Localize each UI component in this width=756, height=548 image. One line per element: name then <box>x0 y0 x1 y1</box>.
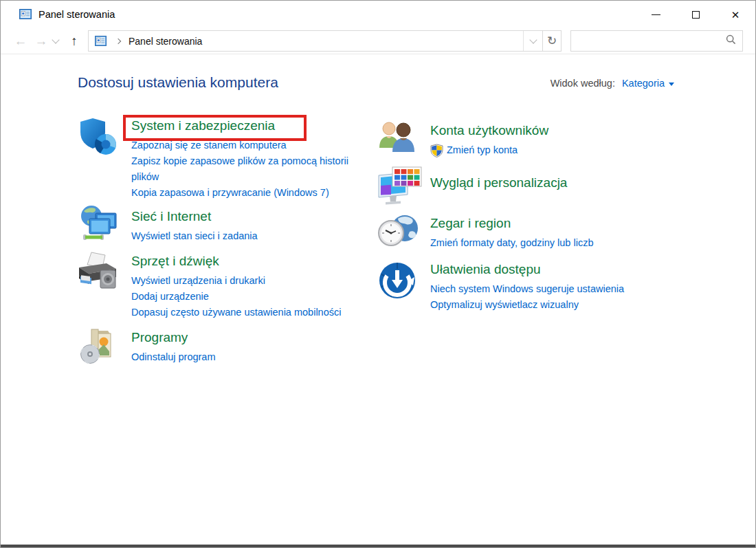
view-by-label: Widok według: <box>551 78 615 89</box>
personalization-icon[interactable] <box>377 164 430 210</box>
category-link[interactable]: Zapisz kopie zapasowe plików za pomocą h… <box>131 153 362 185</box>
close-button[interactable]: ✕ <box>715 1 755 28</box>
search-input[interactable] <box>571 31 726 51</box>
category-link[interactable]: Niech system Windows sugeruje ustawienia <box>430 281 664 297</box>
category-title[interactable]: Wygląd i personalizacja <box>430 174 664 192</box>
refresh-button[interactable]: ↻ <box>543 30 562 52</box>
category-user-accounts: Konta użytkowników Zmień typ konta <box>377 120 664 158</box>
category-link[interactable]: Zmień formaty daty, godziny lub liczb <box>430 235 664 251</box>
maximize-icon <box>692 11 700 19</box>
caret-down-icon[interactable] <box>669 83 674 86</box>
address-dropdown-button[interactable] <box>523 31 542 51</box>
breadcrumb[interactable]: Panel sterowania <box>129 36 202 47</box>
category-programs: Programy Odinstaluj program <box>78 325 362 365</box>
network-icon[interactable] <box>78 204 131 244</box>
maximize-button[interactable] <box>676 1 715 28</box>
category-title[interactable]: Zegar i region <box>430 215 664 232</box>
category-network-internet: Sieć i Internet Wyświetl stan sieci i za… <box>78 204 362 244</box>
category-title[interactable]: Ułatwienia dostępu <box>430 261 664 278</box>
chevron-down-icon <box>529 36 537 43</box>
forward-button[interactable]: → <box>31 34 52 47</box>
programs-icon[interactable] <box>78 325 131 365</box>
category-title[interactable]: Programy <box>131 329 362 347</box>
minimize-button[interactable] <box>636 1 676 28</box>
category-link[interactable]: Wyświetl urządzenia i drukarki <box>131 273 362 289</box>
close-icon: ✕ <box>731 10 740 20</box>
printer-icon[interactable] <box>75 250 131 320</box>
minimize-icon <box>652 14 660 15</box>
category-title[interactable]: Sieć i Internet <box>131 208 362 226</box>
category-link[interactable]: Optymalizuj wyświetlacz wizualny <box>430 297 664 313</box>
back-button[interactable]: ← <box>10 34 31 47</box>
category-title[interactable]: System i zabezpieczenia <box>131 117 362 135</box>
category-link[interactable]: Dopasuj często używane ustawienia mobiln… <box>131 305 362 320</box>
category-link[interactable]: Zapoznaj się ze stanem komputera <box>131 138 362 153</box>
recent-pages-chevron-icon[interactable] <box>52 36 59 43</box>
navigation-bar: ← → ↑ Panel sterowania ↻ <box>1 28 755 54</box>
search-box[interactable] <box>570 30 743 52</box>
category-clock-region: Zegar i region Zmień formaty daty, godzi… <box>377 212 664 251</box>
window-bottom-edge <box>1 545 755 547</box>
control-panel-window: Panel sterowania ✕ ← → ↑ <box>0 0 756 548</box>
title-bar: Panel sterowania ✕ <box>1 1 755 28</box>
category-ease-of-access: Ułatwienia dostępu Niech system Windows … <box>377 259 664 313</box>
category-link[interactable]: Zmień typ konta <box>447 142 518 158</box>
view-by-dropdown[interactable]: Kategoria <box>622 78 665 89</box>
user-accounts-icon[interactable] <box>377 120 430 158</box>
clock-region-icon[interactable] <box>377 212 430 251</box>
search-icon[interactable] <box>726 34 736 47</box>
category-system-security: System i zabezpieczenia Zapoznaj się ze … <box>78 113 362 201</box>
category-appearance-personalization: Wygląd i personalizacja <box>377 164 664 210</box>
ease-of-access-icon[interactable] <box>377 259 430 313</box>
uac-shield-icon <box>430 144 443 157</box>
window-title: Panel sterowania <box>38 9 115 20</box>
category-title[interactable]: Sprzęt i dźwięk <box>131 252 362 270</box>
breadcrumb-chevron-icon[interactable] <box>115 38 121 43</box>
category-hardware-sound: Sprzęt i dźwięk Wyświetl urządzenia i dr… <box>75 250 362 320</box>
page-title: Dostosuj ustawienia komputera <box>78 74 278 91</box>
control-panel-breadcrumb-icon <box>95 36 107 46</box>
up-button[interactable]: ↑ <box>63 34 86 47</box>
category-link[interactable]: Wyświetl stan sieci i zadania <box>131 228 362 244</box>
category-link[interactable]: Odinstaluj program <box>131 349 362 365</box>
view-by-control: Widok według: Kategoria <box>551 78 674 89</box>
security-shield-icon[interactable] <box>78 113 131 201</box>
category-link[interactable]: Dodaj urządzenie <box>131 289 362 305</box>
category-title[interactable]: Konta użytkowników <box>430 122 664 140</box>
category-link[interactable]: Kopia zapasowa i przywracanie (Windows 7… <box>131 185 362 201</box>
control-panel-icon <box>19 8 32 21</box>
address-bar[interactable]: Panel sterowania <box>88 30 543 52</box>
